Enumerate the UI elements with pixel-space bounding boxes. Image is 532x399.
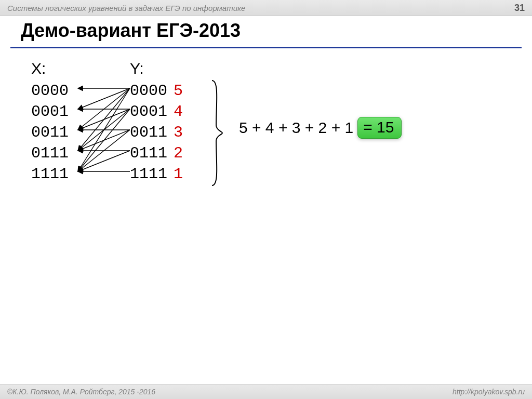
x-value: 0000 bbox=[31, 81, 130, 101]
answer-badge: = 15 bbox=[357, 117, 402, 139]
top-bar: Системы логических уравнений в задачах Е… bbox=[0, 0, 532, 16]
page-title: Демо-вариант ЕГЭ-2013 bbox=[21, 20, 241, 42]
y-column: Y: 00005 00014 00113 01112 11111 bbox=[130, 60, 208, 184]
y-count: 2 bbox=[174, 144, 183, 162]
y-value: 00113 bbox=[130, 122, 208, 143]
brace-icon bbox=[210, 78, 223, 192]
sum-expression: 5 + 4 + 3 + 2 + 1 = 15 bbox=[239, 117, 402, 139]
y-count: 3 bbox=[174, 124, 183, 141]
x-value: 0111 bbox=[31, 143, 130, 164]
footer-copyright: ©К.Ю. Поляков, М.А. Ройтберг, 2015 -2016 bbox=[7, 388, 155, 396]
y-count: 5 bbox=[174, 82, 183, 100]
header-subject: Системы логических уравнений в задачах Е… bbox=[7, 4, 245, 12]
slide: Системы логических уравнений в задачах Е… bbox=[0, 0, 532, 399]
footer-url: http://kpolyakov.spb.ru bbox=[453, 388, 525, 396]
y-label: Y: bbox=[130, 60, 208, 77]
y-value: 00014 bbox=[130, 101, 208, 122]
x-value: 0011 bbox=[31, 122, 130, 143]
y-value: 00005 bbox=[130, 81, 208, 101]
page-number: 31 bbox=[514, 3, 525, 14]
footer-bar: ©К.Ю. Поляков, М.А. Ройтберг, 2015 -2016… bbox=[0, 384, 532, 399]
sum-text: 5 + 4 + 3 + 2 + 1 bbox=[239, 119, 353, 137]
slide-content: X: 0000 0001 0011 0111 1111 bbox=[31, 60, 522, 192]
title-underline bbox=[10, 47, 522, 48]
x-value: 0001 bbox=[31, 101, 130, 122]
y-count: 4 bbox=[174, 103, 183, 121]
y-count: 1 bbox=[174, 165, 183, 183]
x-column: X: 0000 0001 0011 0111 1111 bbox=[31, 60, 130, 184]
x-label: X: bbox=[31, 60, 130, 77]
y-value: 01112 bbox=[130, 143, 208, 164]
y-value: 11111 bbox=[130, 164, 208, 184]
x-value: 1111 bbox=[31, 164, 130, 184]
